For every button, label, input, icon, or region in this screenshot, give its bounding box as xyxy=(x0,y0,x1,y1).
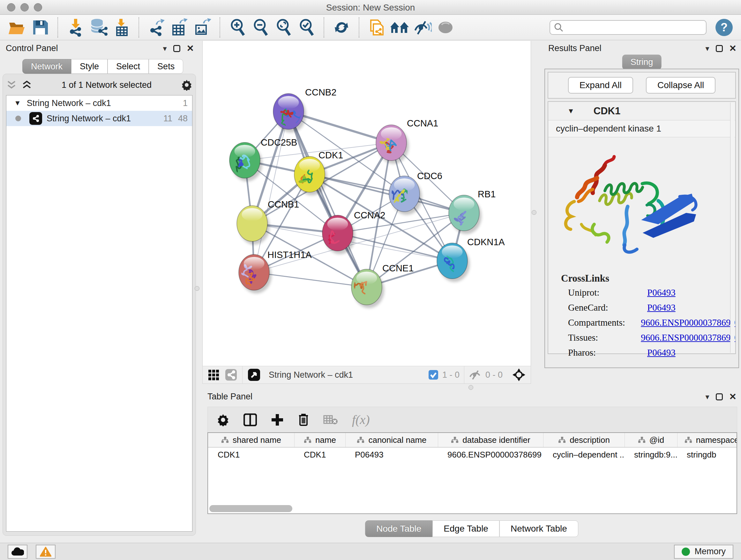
memory-button[interactable]: Memory xyxy=(674,545,733,559)
network-node-CCNB2[interactable] xyxy=(273,94,306,132)
copy-network-icon[interactable] xyxy=(365,17,388,38)
column-header-shared-name[interactable]: shared name xyxy=(208,433,294,447)
network-view-icon[interactable] xyxy=(225,369,237,381)
export-image-icon[interactable] xyxy=(191,17,214,38)
help-button[interactable]: ? xyxy=(716,19,733,36)
apply-preferred-layout-icon[interactable] xyxy=(330,17,353,38)
maximize-panel-icon[interactable] xyxy=(716,393,723,400)
network-node-CCNA1[interactable] xyxy=(376,125,409,164)
network-node-HIST1H1A[interactable] xyxy=(239,254,272,294)
import-table-file-icon[interactable] xyxy=(110,17,133,38)
network-node-CDC6[interactable] xyxy=(389,176,422,215)
expand-all-networks-icon[interactable] xyxy=(21,80,32,90)
tab-string[interactable]: String xyxy=(622,55,662,70)
show-columns-icon[interactable] xyxy=(244,414,257,426)
tab-sets[interactable]: Sets xyxy=(149,59,183,74)
tab-edge-table[interactable]: Edge Table xyxy=(432,520,499,537)
collapse-all-button[interactable]: Collapse All xyxy=(646,77,716,94)
hide-selected-icon[interactable] xyxy=(411,17,434,38)
network-options-gear-icon[interactable] xyxy=(181,79,192,91)
crosslink-row: Tissues:9606.ENSP00000378699 xyxy=(561,332,735,343)
network-node-CCNE1[interactable] xyxy=(351,269,384,308)
crosslink-link[interactable]: 9606.ENSP00000378699 xyxy=(641,317,735,328)
column-header-database-identifier[interactable]: database identifier xyxy=(438,433,543,447)
birds-eye-view-icon[interactable] xyxy=(248,368,260,381)
main-toolbar: ? xyxy=(0,15,741,40)
add-column-icon[interactable] xyxy=(271,414,284,426)
import-network-database-icon[interactable] xyxy=(87,17,110,38)
network-node-CDKN1A[interactable] xyxy=(437,243,470,282)
close-panel-icon[interactable]: ✕ xyxy=(729,43,737,54)
hidden-eye-icon[interactable] xyxy=(469,370,482,380)
column-header-description[interactable]: description xyxy=(543,433,624,447)
cloud-status-button[interactable] xyxy=(8,545,27,559)
network-node-CCNA2[interactable] xyxy=(322,215,355,254)
selected-checkbox-icon[interactable] xyxy=(428,370,439,380)
network-canvas[interactable]: CCNB2CCNA1CDC25BCDK1CDC6RB1CCNB1CCNA2CDK… xyxy=(202,41,531,366)
crosslink-link[interactable]: 9606.ENSP00000378699 xyxy=(641,332,735,343)
tab-network[interactable]: Network xyxy=(22,59,71,74)
open-session-icon[interactable] xyxy=(6,17,29,38)
table-horizontal-scrollbar[interactable] xyxy=(209,505,292,512)
tab-network-table[interactable]: Network Table xyxy=(499,520,578,537)
right-splitter-handle[interactable] xyxy=(532,210,536,215)
network-node-RB1[interactable] xyxy=(449,195,482,234)
save-session-icon[interactable] xyxy=(29,17,52,38)
column-header-namespace[interactable]: namespace xyxy=(677,433,737,447)
crosslink-label: Uniprot: xyxy=(561,287,647,298)
close-panel-icon[interactable]: ✕ xyxy=(729,391,737,402)
bottom-splitter-handle[interactable] xyxy=(468,385,473,390)
delete-column-icon[interactable] xyxy=(298,413,309,427)
network-node-CDC25B[interactable] xyxy=(229,142,262,181)
network-row-selected[interactable]: String Network – cdk1 11 48 xyxy=(6,111,192,126)
fit-selection-crosshair-icon[interactable] xyxy=(512,368,526,381)
maximize-panel-icon[interactable] xyxy=(716,45,723,52)
string-protein-query-icon[interactable] xyxy=(388,17,411,38)
column-header--id[interactable]: @id xyxy=(624,433,677,447)
network-collection-row[interactable]: ▼ String Network – cdk1 1 xyxy=(6,96,192,111)
tab-node-table[interactable]: Node Table xyxy=(365,520,432,537)
float-panel-icon[interactable]: ▾ xyxy=(705,44,709,53)
results-scrollbar[interactable] xyxy=(730,103,735,353)
crosslink-link[interactable]: P06493 xyxy=(647,302,676,313)
float-panel-icon[interactable]: ▾ xyxy=(163,44,166,53)
gene-expander-icon[interactable]: ▼ xyxy=(567,107,575,115)
gene-name: CDK1 xyxy=(594,105,620,117)
function-builder-icon[interactable]: f(x) xyxy=(352,412,370,427)
network-edge[interactable] xyxy=(254,111,288,272)
close-panel-icon[interactable]: ✕ xyxy=(187,43,194,54)
maximize-panel-icon[interactable] xyxy=(173,45,180,52)
zoom-fit-content-icon[interactable] xyxy=(272,17,295,38)
network-icon xyxy=(29,112,42,125)
delete-table-icon[interactable] xyxy=(323,415,338,425)
tab-select[interactable]: Select xyxy=(108,59,149,74)
network-node-CDK1[interactable] xyxy=(294,157,327,195)
gene-description: cyclin–dependent kinase 1 xyxy=(548,120,735,137)
grid-view-icon[interactable] xyxy=(208,369,219,381)
expand-all-button[interactable]: Expand All xyxy=(568,77,633,94)
zoom-out-icon[interactable] xyxy=(249,17,272,38)
warnings-button[interactable] xyxy=(36,545,56,559)
network-edge[interactable] xyxy=(288,111,367,287)
export-network-icon[interactable] xyxy=(145,17,168,38)
title-bar: Session: New Session xyxy=(0,0,741,15)
node-label-HIST1H1A: HIST1H1A xyxy=(267,250,312,260)
search-input[interactable] xyxy=(563,22,702,33)
show-graphics-details-icon[interactable] xyxy=(434,17,457,38)
float-panel-icon[interactable]: ▾ xyxy=(705,392,709,401)
column-header-name[interactable]: name xyxy=(294,433,345,447)
zoom-selected-icon[interactable] xyxy=(295,17,318,38)
table-row[interactable]: CDK1CDK1P064939606.ENSP00000378699cyclin… xyxy=(208,448,737,462)
left-splitter-handle[interactable] xyxy=(195,286,199,291)
column-header-canonical-name[interactable]: canonical name xyxy=(345,433,438,447)
tab-style[interactable]: Style xyxy=(71,59,108,74)
collection-expander-icon[interactable]: ▼ xyxy=(14,99,21,107)
export-table-icon[interactable] xyxy=(168,17,191,38)
zoom-in-icon[interactable] xyxy=(226,17,249,38)
crosslink-link[interactable]: P06493 xyxy=(647,287,676,298)
table-options-gear-icon[interactable] xyxy=(217,414,229,426)
import-network-file-icon[interactable] xyxy=(64,17,87,38)
node-label-CDC25B: CDC25B xyxy=(261,137,297,147)
collapse-all-networks-icon[interactable] xyxy=(6,80,17,90)
crosslink-link[interactable]: P06493 xyxy=(647,348,676,358)
